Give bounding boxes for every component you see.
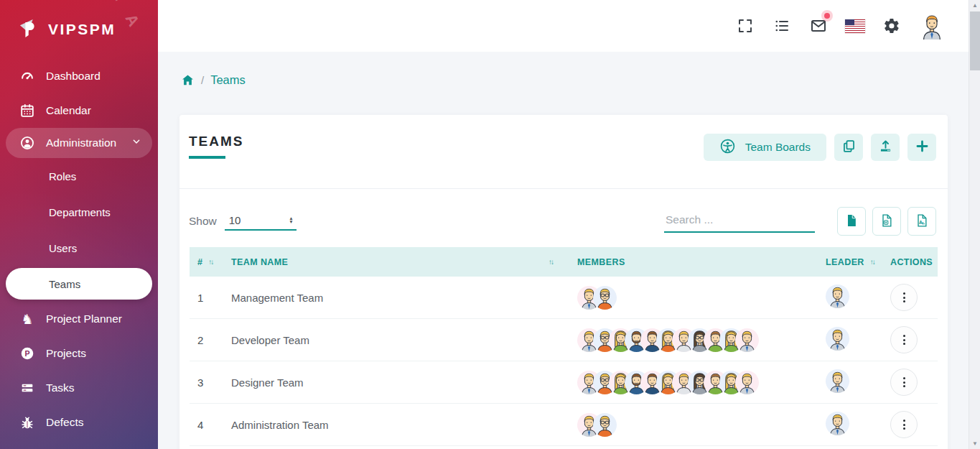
- column-header-#[interactable]: #↑↓: [190, 257, 231, 267]
- sidebar-item-projects[interactable]: PProjects: [0, 336, 158, 371]
- import-button[interactable]: [871, 134, 900, 161]
- show-label: Show: [189, 215, 217, 228]
- sidebar-item-defects[interactable]: Defects: [0, 405, 158, 440]
- sidebar-item-administration[interactable]: Administration: [6, 128, 152, 158]
- sidebar-item-label: Administration: [46, 136, 116, 149]
- file-solid-icon: [844, 213, 859, 230]
- leader-avatar: [826, 327, 849, 351]
- team-name: Developer Team: [231, 334, 561, 346]
- members-avatars: [561, 413, 809, 437]
- calendar-icon: [19, 103, 35, 119]
- plus-icon: [915, 139, 930, 156]
- row-number: 3: [190, 376, 231, 389]
- sidebar-item-label: Projects: [46, 347, 86, 360]
- team-name: Management Team: [231, 292, 561, 304]
- fullscreen-icon[interactable]: [735, 16, 755, 36]
- table-header-row: #↑↓TEAM NAME↑↓MEMBERSLEADER↑↓ACTIONS: [190, 247, 938, 277]
- teams-card: TEAMS Team Boards: [179, 115, 948, 449]
- scrollbar[interactable]: ▲ ▼: [969, 0, 980, 449]
- breadcrumb-current[interactable]: Teams: [210, 73, 246, 87]
- column-label: TEAM NAME: [231, 257, 288, 267]
- table-row: 1Management Team: [190, 277, 938, 319]
- breadcrumb-separator: /: [201, 74, 204, 86]
- sidebar-item-teams[interactable]: Teams: [6, 268, 152, 300]
- row-number: 2: [190, 334, 231, 346]
- sidebar-item-departments[interactable]: Departments: [0, 194, 158, 230]
- brand-name: VIPSPM: [48, 21, 116, 38]
- row-actions-button[interactable]: [890, 411, 918, 438]
- notification-badge: [824, 13, 830, 19]
- add-team-button[interactable]: [907, 134, 936, 161]
- brand-logo[interactable]: VIPSPM: [0, 0, 158, 59]
- sidebar-nav: DashboardCalendarAdministrationRolesDepa…: [0, 59, 158, 440]
- copy-icon: [841, 139, 857, 156]
- page-size-select[interactable]: 10 ▲▼: [225, 213, 297, 231]
- row-number: 4: [190, 419, 231, 431]
- sidebar-item-roles[interactable]: Roles: [0, 158, 158, 194]
- copy-teams-button[interactable]: [834, 134, 863, 161]
- user-avatar[interactable]: [918, 12, 946, 40]
- table-row: 3Designer Team: [190, 361, 938, 404]
- us-flag-icon[interactable]: [845, 16, 865, 36]
- mail-icon[interactable]: [808, 16, 829, 36]
- chevron-down-icon: [131, 136, 142, 150]
- card-toolbar: Team Boards: [704, 134, 936, 161]
- sidebar-item-calendar[interactable]: Calendar: [0, 93, 158, 128]
- column-label: ACTIONS: [890, 257, 933, 267]
- breadcrumb: / Teams: [181, 73, 246, 87]
- search-input[interactable]: [664, 210, 815, 233]
- sidebar-item-label: Defects: [46, 416, 84, 429]
- column-header-actions: ACTIONS: [877, 257, 938, 267]
- leader-avatar: [826, 284, 849, 308]
- scroll-up-icon[interactable]: ▲: [969, 2, 980, 9]
- upload-icon: [878, 139, 893, 156]
- table-controls: Show 10 ▲▼: [179, 189, 948, 238]
- topbar-icons: [735, 0, 946, 52]
- member-avatar: [735, 328, 759, 352]
- sidebar-item-label: Dashboard: [46, 70, 101, 83]
- export-buttons: A: [837, 207, 936, 236]
- sort-icon[interactable]: ↑↓: [870, 258, 874, 266]
- title-underline: [189, 156, 225, 159]
- leader-cell: [809, 284, 877, 310]
- home-icon[interactable]: [181, 73, 195, 87]
- settings-icon[interactable]: [882, 16, 902, 36]
- row-actions-button[interactable]: [890, 369, 918, 396]
- tasks-icon: [19, 380, 35, 396]
- svg-text:P: P: [24, 349, 29, 358]
- export-copy-button[interactable]: [837, 207, 866, 236]
- actions-cell: [877, 284, 938, 311]
- sidebar-item-users[interactable]: Users: [0, 230, 158, 266]
- sidebar-item-project-planner[interactable]: ♞Project Planner: [0, 302, 158, 336]
- file-excel-icon: [879, 213, 894, 230]
- app-window: E A VIPSPM DashboardCalendarAdministrati…: [0, 0, 980, 449]
- list-icon[interactable]: [772, 16, 792, 36]
- sort-icon[interactable]: ↑↓: [549, 258, 553, 266]
- sidebar-item-label: Project Planner: [46, 313, 122, 325]
- leader-cell: [809, 412, 877, 438]
- team-name: Designer Team: [231, 376, 561, 389]
- export-excel-button[interactable]: [872, 207, 901, 236]
- scrollbar-thumb[interactable]: [970, 11, 980, 70]
- members-avatars: [561, 286, 809, 310]
- team-boards-icon: [719, 138, 736, 157]
- member-avatar: [593, 413, 617, 437]
- column-label: #: [197, 257, 202, 267]
- team-name: Administration Team: [231, 419, 561, 431]
- members-avatars: [561, 328, 809, 352]
- export-pdf-button[interactable]: A: [907, 207, 936, 236]
- column-header-leader[interactable]: LEADER↑↓: [809, 257, 877, 267]
- sort-icon[interactable]: ↑↓: [208, 258, 213, 266]
- sidebar-item-dashboard[interactable]: Dashboard: [0, 59, 158, 93]
- actions-cell: [877, 411, 938, 438]
- member-avatar: [735, 371, 759, 394]
- page-title: TEAMS: [189, 134, 244, 149]
- row-actions-button[interactable]: [890, 284, 918, 311]
- column-header-team-name[interactable]: TEAM NAME↑↓: [231, 257, 561, 267]
- sidebar-item-tasks[interactable]: Tasks: [0, 371, 158, 405]
- column-label: LEADER: [826, 257, 864, 267]
- team-boards-button[interactable]: Team Boards: [704, 134, 826, 161]
- table-row: 4Administration Team: [190, 404, 938, 446]
- row-actions-button[interactable]: [890, 326, 918, 353]
- scroll-down-icon[interactable]: ▼: [969, 440, 980, 447]
